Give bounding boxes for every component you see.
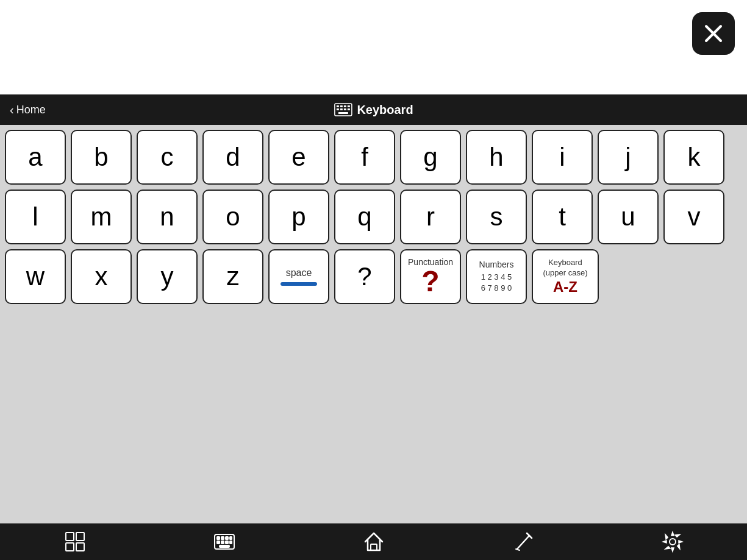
keyboard-area: a b c d e f g h i j k l m n o p q r s t … xyxy=(0,125,747,314)
svg-rect-8 xyxy=(340,108,342,110)
key-z[interactable]: z xyxy=(202,249,263,304)
uppercase-key[interactable]: Keyboard(upper case) A-Z xyxy=(532,249,599,304)
svg-rect-7 xyxy=(336,108,338,110)
bottom-nav-keyboard[interactable] xyxy=(209,526,240,557)
back-arrow-icon: ‹ xyxy=(10,103,14,117)
keyboard-icon xyxy=(334,103,352,116)
nav-center: Keyboard xyxy=(334,103,413,117)
svg-rect-24 xyxy=(230,541,232,544)
svg-rect-14 xyxy=(66,543,74,551)
key-v[interactable]: v xyxy=(663,190,724,244)
key-x[interactable]: x xyxy=(71,249,132,304)
uppercase-az: A-Z xyxy=(553,278,577,296)
settings-icon xyxy=(662,531,684,553)
key-c[interactable]: c xyxy=(137,130,198,185)
key-r[interactable]: r xyxy=(400,190,461,244)
home-label: Home xyxy=(16,104,46,116)
nav-title: Keyboard xyxy=(357,103,413,117)
key-f[interactable]: f xyxy=(334,130,395,185)
key-a[interactable]: a xyxy=(5,130,66,185)
key-p[interactable]: p xyxy=(268,190,329,244)
svg-rect-25 xyxy=(220,545,229,547)
space-label: space xyxy=(286,268,312,278)
svg-rect-13 xyxy=(76,533,84,541)
key-row-3: w x y z space ? Punctuation ? Numbers 1 … xyxy=(5,249,742,304)
svg-point-30 xyxy=(670,539,676,545)
key-u[interactable]: u xyxy=(598,190,659,244)
space-bar-line xyxy=(281,282,317,286)
key-m[interactable]: m xyxy=(71,190,132,244)
bottom-nav-home[interactable] xyxy=(359,526,389,557)
svg-rect-4 xyxy=(340,105,342,107)
svg-rect-19 xyxy=(226,537,228,539)
svg-rect-15 xyxy=(76,543,84,551)
key-b[interactable]: b xyxy=(71,130,132,185)
svg-rect-5 xyxy=(343,105,346,107)
key-h[interactable]: h xyxy=(466,130,527,185)
numbers-row1: 1 2 3 4 5 xyxy=(481,272,512,283)
svg-rect-12 xyxy=(66,533,74,541)
key-y[interactable]: y xyxy=(137,249,198,304)
key-i[interactable]: i xyxy=(532,130,593,185)
svg-rect-22 xyxy=(221,541,224,544)
nav-bar: ‹ Home Keyboard xyxy=(0,94,747,125)
pencil-icon xyxy=(512,531,534,553)
key-row-1: a b c d e f g h i j k xyxy=(5,130,742,185)
bottom-nav-grid[interactable] xyxy=(60,526,90,557)
bottom-nav-settings[interactable] xyxy=(657,526,688,557)
svg-rect-3 xyxy=(336,105,338,107)
space-key[interactable]: space xyxy=(268,249,329,304)
numbers-title: Numbers xyxy=(479,260,514,269)
svg-rect-21 xyxy=(217,541,220,544)
punctuation-mark: ? xyxy=(421,267,439,296)
svg-rect-23 xyxy=(226,541,228,544)
svg-rect-6 xyxy=(347,105,349,107)
close-button[interactable] xyxy=(692,12,735,55)
key-j[interactable]: j xyxy=(598,130,659,185)
svg-rect-9 xyxy=(343,108,346,110)
svg-rect-10 xyxy=(347,108,349,110)
home-icon xyxy=(363,531,385,553)
keyboard-bottom-icon xyxy=(213,531,235,553)
key-w[interactable]: w xyxy=(5,249,66,304)
top-white-area xyxy=(0,0,747,94)
numbers-key[interactable]: Numbers 1 2 3 4 5 6 7 8 9 0 xyxy=(466,249,527,304)
svg-rect-26 xyxy=(371,544,377,550)
key-k[interactable]: k xyxy=(663,130,724,185)
svg-rect-18 xyxy=(221,537,224,539)
key-l[interactable]: l xyxy=(5,190,66,244)
key-n[interactable]: n xyxy=(137,190,198,244)
svg-rect-11 xyxy=(338,112,348,114)
key-e[interactable]: e xyxy=(268,130,329,185)
key-o[interactable]: o xyxy=(202,190,263,244)
grid-icon xyxy=(64,531,86,553)
key-g[interactable]: g xyxy=(400,130,461,185)
key-q[interactable]: q xyxy=(334,190,395,244)
svg-line-27 xyxy=(517,536,529,549)
svg-line-29 xyxy=(516,549,520,550)
question-mark: ? xyxy=(357,262,371,291)
bottom-nav xyxy=(0,523,747,560)
home-link[interactable]: ‹ Home xyxy=(10,103,46,117)
bottom-nav-pencil[interactable] xyxy=(508,526,538,557)
uppercase-title: Keyboard(upper case) xyxy=(543,258,588,278)
numbers-row2: 6 7 8 9 0 xyxy=(481,283,512,294)
punctuation-key[interactable]: Punctuation ? xyxy=(400,249,461,304)
svg-rect-17 xyxy=(217,537,220,539)
key-row-2: l m n o p q r s t u v xyxy=(5,190,742,244)
question-key[interactable]: ? xyxy=(334,249,395,304)
key-s[interactable]: s xyxy=(466,190,527,244)
key-d[interactable]: d xyxy=(202,130,263,185)
key-t[interactable]: t xyxy=(532,190,593,244)
svg-rect-20 xyxy=(230,537,232,539)
